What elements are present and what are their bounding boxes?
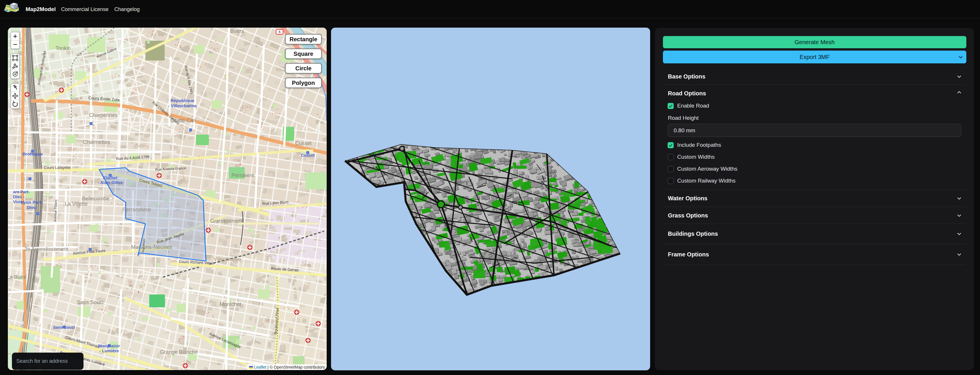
svg-text:La Villette: La Villette: [65, 201, 88, 207]
svg-text:Ferrandière: Ferrandière: [123, 207, 151, 213]
svg-text:Avenue Thiers: Avenue Thiers: [53, 199, 58, 222]
svg-text:Flachet: Flachet: [103, 176, 117, 180]
svg-text:Cusset: Cusset: [301, 153, 315, 157]
svg-text:Sans Souci: Sans Souci: [77, 299, 103, 305]
svg-text:3e Arrondissement: 3e Arrondissement: [24, 246, 68, 252]
svg-text:Monplaisir: Monplaisir: [98, 343, 120, 348]
svg-text:Charmettes: Charmettes: [83, 139, 110, 145]
svg-text:Cours Lafayette: Cours Lafayette: [44, 165, 71, 170]
svg-text:Dieu: Dieu: [27, 205, 37, 210]
svg-text:are Part-: are Part-: [13, 189, 30, 194]
svg-text:Lyon Part-: Lyon Part-: [21, 200, 43, 205]
svg-text:Buers: Buers: [230, 28, 244, 34]
svg-text:La Buire: La Buire: [8, 274, 27, 280]
svg-text:Sans Souci: Sans Souci: [53, 325, 75, 330]
svg-text:Tonkin: Tonkin: [56, 45, 71, 51]
svg-text:République: République: [170, 98, 194, 103]
svg-text:Maisons-Neuves: Maisons-Neuves: [131, 244, 172, 250]
svg-text:- Villeurbanne: - Villeurbanne: [168, 103, 197, 108]
svg-text:Grange Blanche: Grange Blanche: [160, 349, 198, 355]
svg-text:Montchat: Montchat: [220, 302, 241, 307]
svg-text:Vivier: Vivier: [13, 199, 24, 204]
svg-text:Charpennes: Charpennes: [89, 112, 118, 118]
svg-text:Cusset: Cusset: [295, 140, 312, 146]
svg-text:- Lumière: - Lumière: [99, 348, 119, 353]
svg-text:6: 6: [279, 30, 281, 34]
svg-text:- Alain Gilles: - Alain Gilles: [98, 180, 123, 185]
svg-text:Perralière: Perralière: [232, 172, 254, 178]
svg-text:Villeurbanne: Villeurbanne: [214, 256, 241, 262]
svg-text:Bellecombe: Bellecombe: [82, 195, 109, 202]
svg-text:Dieu -: Dieu -: [13, 194, 24, 199]
svg-text:Grandclément: Grandclément: [210, 218, 243, 224]
svg-text:Brotteaux: Brotteaux: [22, 151, 43, 156]
